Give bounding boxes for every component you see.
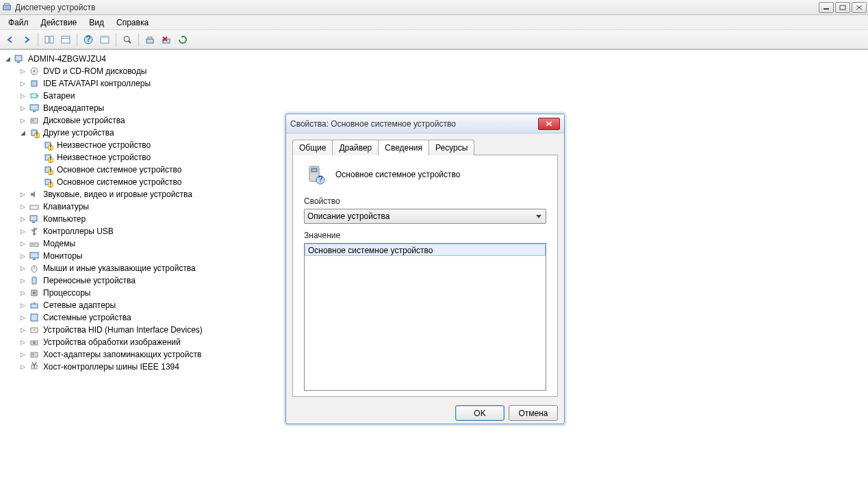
svg-point-31 [31, 119, 34, 122]
expand-icon[interactable]: ▷ [19, 351, 27, 359]
help-icon[interactable]: ? [81, 32, 96, 47]
property-dropdown[interactable]: Описание устройства [304, 209, 546, 224]
svg-text:?: ? [86, 35, 91, 44]
scan-hardware-icon[interactable] [142, 32, 157, 47]
menu-action[interactable]: Действие [36, 16, 83, 29]
find-icon[interactable] [120, 32, 135, 47]
expand-icon[interactable]: ▷ [19, 203, 27, 211]
svg-text:!: ! [36, 130, 38, 138]
expand-icon[interactable]: ▷ [19, 253, 27, 260]
tree-category-label: Видеоадаптеры [42, 103, 105, 114]
tree-category-label: Звуковые, видео и игровые устройства [42, 189, 194, 200]
category-icon [29, 78, 40, 89]
properties-icon[interactable] [97, 32, 112, 47]
tree-category[interactable]: ▷Батареи [4, 90, 868, 102]
expand-icon[interactable]: ▷ [19, 339, 27, 346]
category-icon [29, 115, 40, 126]
svg-rect-78 [311, 168, 317, 172]
expand-icon[interactable]: ▷ [19, 326, 27, 334]
menu-help[interactable]: Справка [111, 16, 154, 29]
expand-icon[interactable]: ▷ [19, 105, 27, 112]
tree-device-label: Основное системное устройство [55, 177, 183, 188]
expand-icon[interactable]: ▷ [19, 68, 27, 75]
category-icon [29, 201, 40, 212]
close-button[interactable] [852, 2, 867, 13]
category-icon [29, 214, 40, 224]
unknown-device-icon: ! [42, 177, 53, 188]
category-icon [29, 238, 40, 249]
cancel-button[interactable]: Отмена [509, 405, 558, 421]
value-listbox[interactable]: Основное системное устройство [304, 243, 546, 391]
expand-icon[interactable]: ▷ [19, 289, 27, 297]
tree-category[interactable]: ▷Видеоадаптеры [4, 102, 868, 114]
svg-point-72 [31, 353, 34, 356]
tree-root[interactable]: ◢ADMIN-4ZBGWJZU4 [4, 53, 868, 65]
property-field-label: Свойство [304, 196, 546, 206]
tree-category-label: Хост-адаптеры запоминающих устройств [42, 349, 203, 360]
category-icon [29, 189, 40, 200]
expand-icon[interactable]: ▷ [19, 117, 27, 125]
tree-device-label: Неизвестное устройство [55, 140, 152, 151]
console-icon[interactable] [58, 32, 73, 47]
svg-rect-1 [5, 3, 10, 5]
menu-file[interactable]: Файл [3, 16, 34, 29]
category-icon [29, 349, 40, 360]
expand-icon[interactable]: ▷ [19, 302, 27, 309]
category-icon [29, 66, 40, 77]
expand-icon[interactable]: ▷ [19, 191, 27, 198]
dialog-close-button[interactable] [538, 118, 560, 130]
tab-resources[interactable]: Ресурсы [429, 140, 474, 155]
app-icon [1, 2, 12, 13]
svg-rect-48 [30, 216, 37, 221]
ok-button[interactable]: OK [455, 405, 505, 421]
category-icon [29, 324, 40, 335]
expand-icon[interactable]: ▷ [19, 277, 27, 285]
svg-point-14 [124, 36, 129, 42]
svg-rect-66 [31, 314, 38, 321]
expand-icon[interactable]: ▷ [19, 80, 27, 88]
expand-icon[interactable]: ▷ [19, 240, 27, 248]
uninstall-icon[interactable] [159, 32, 174, 47]
expand-icon[interactable]: ▷ [19, 216, 27, 223]
menu-view[interactable]: Вид [84, 16, 110, 29]
device-name-label: Основное системное устройство [335, 170, 460, 179]
tree-category-label: Батареи [42, 90, 76, 101]
collapse-icon[interactable]: ◢ [19, 129, 27, 137]
expand-icon[interactable]: ▷ [19, 363, 27, 371]
tree-category[interactable]: ▷IDE ATA/ATAPI контроллеры [4, 77, 868, 90]
expand-icon[interactable]: ▷ [19, 92, 27, 100]
tree-category[interactable]: ▷DVD и CD-ROM дисководы [4, 65, 868, 77]
panel-icon[interactable] [42, 32, 57, 47]
category-icon: Y [29, 361, 40, 372]
tree-category-label: Переносные устройства [42, 275, 137, 286]
tab-driver[interactable]: Драйвер [332, 140, 379, 155]
svg-line-15 [129, 41, 131, 43]
svg-text:!: ! [49, 142, 51, 151]
collapse-icon[interactable]: ◢ [4, 55, 12, 63]
expand-icon[interactable]: ▷ [19, 228, 27, 235]
expand-icon[interactable]: ▷ [19, 314, 27, 322]
menubar: Файл Действие Вид Справка [0, 15, 868, 30]
dialog-title: Свойства: Основное системное устройство [290, 119, 538, 129]
tree-device-label: Основное системное устройство [55, 164, 183, 175]
tree-root-label: ADMIN-4ZBGWJZU4 [27, 53, 107, 64]
svg-rect-13 [101, 36, 109, 38]
maximize-button[interactable] [835, 2, 850, 13]
tree-device-label: Неизвестное устройство [55, 152, 152, 163]
svg-text:?: ? [318, 175, 323, 184]
value-list-item[interactable]: Основное системное устройство [305, 244, 546, 256]
minimize-button[interactable] [819, 2, 834, 13]
window-title: Диспетчер устройств [15, 3, 819, 12]
back-button[interactable] [3, 32, 18, 47]
tab-details[interactable]: Сведения [378, 140, 429, 155]
tree-category-label: Хост-контроллеры шины IEEE 1394 [42, 361, 181, 372]
svg-rect-63 [33, 292, 36, 294]
refresh-icon[interactable] [175, 32, 190, 47]
tab-general[interactable]: Общие [292, 140, 333, 155]
svg-text:Y: Y [31, 361, 37, 370]
expand-icon[interactable]: ▷ [19, 265, 27, 272]
svg-rect-0 [3, 5, 11, 10]
forward-button[interactable] [19, 32, 34, 47]
svg-text:!: ! [49, 179, 51, 188]
properties-dialog: Свойства: Основное системное устройство … [285, 114, 565, 424]
